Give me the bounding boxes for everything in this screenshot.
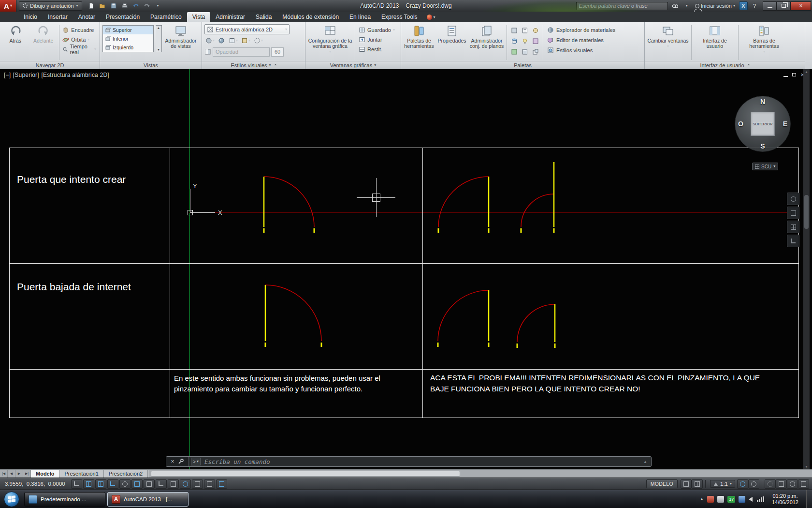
dbconnect-button[interactable] (509, 36, 519, 46)
join-viewports-button[interactable]: Juntar (358, 35, 396, 44)
dynamic-ucs-button[interactable] (168, 479, 179, 489)
drawing-area[interactable]: Y X [−] [Superior] [Estructura alámbrica… (0, 69, 812, 469)
calculator-palette-button[interactable] (520, 47, 530, 57)
viewport-minimize-control[interactable]: [−] (4, 72, 11, 78)
material-editor-button[interactable]: Editor de materiales (546, 36, 617, 45)
shadow-style-button[interactable] (217, 37, 226, 45)
door-internet-mirrored[interactable] (437, 290, 490, 347)
viewcube-west[interactable]: O (738, 120, 743, 128)
viewcube-south[interactable]: S (760, 142, 765, 150)
snap-mode-button[interactable] (83, 479, 94, 489)
command-prompt-icon[interactable]: > ▾ (191, 458, 201, 465)
dialog-launcher-icon[interactable] (747, 64, 750, 67)
dynamic-input-button[interactable] (180, 479, 191, 489)
scrollbar-thumb[interactable] (804, 195, 809, 229)
document-minimize-icon[interactable] (783, 76, 788, 77)
undo-button[interactable] (130, 1, 141, 11)
save-button[interactable] (108, 1, 119, 11)
viewcube[interactable]: N S O E SUPERIOR (735, 96, 791, 152)
ucs-selector-button[interactable]: SCU ▾ (752, 163, 778, 170)
door-create-resized[interactable] (521, 162, 555, 233)
orbit-tool-button[interactable] (787, 235, 799, 247)
visual-style-dropdown[interactable]: Estructura alámbrica 2D ▾ (204, 24, 290, 34)
panel-label-ventanas-graficas[interactable]: Ventanas gráficas ▾ (305, 61, 401, 69)
taskbar-item-predeterminado[interactable]: Predeterminado ... (24, 492, 105, 507)
grid-display-button[interactable] (95, 479, 106, 489)
user-interface-button[interactable]: Interfaz de usuario (694, 24, 736, 61)
restore-button[interactable] (777, 1, 791, 11)
redo-button[interactable] (142, 1, 152, 11)
face-style-button[interactable]: ▾ (204, 37, 216, 45)
count-palette-button[interactable] (520, 26, 530, 35)
command-input[interactable]: Escriba un comando (204, 458, 643, 465)
opacity-slider[interactable]: Opacidad (213, 47, 270, 57)
horizontal-scrollbar-thumb[interactable] (151, 471, 460, 477)
lineweight-button[interactable] (192, 479, 203, 489)
panel-label-estilos-visuales[interactable]: Estilos visuales ▾ (202, 61, 305, 69)
opacity-value[interactable]: 60 (271, 47, 284, 57)
door-internet-resized[interactable] (517, 304, 556, 348)
model-layout-toggle-button[interactable] (681, 479, 692, 489)
toolbars-button[interactable]: Barras de herramientas ▾ (741, 24, 787, 61)
command-history-icon[interactable]: ▲ (643, 460, 647, 464)
quick-properties-button[interactable] (216, 479, 227, 489)
search-button[interactable] (670, 1, 680, 10)
tab-express-tools[interactable]: Express Tools (376, 12, 422, 22)
view-list-item-inferior[interactable]: Inferior (103, 34, 153, 43)
object-snap-3d-button[interactable] (144, 479, 155, 489)
wrench-icon[interactable] (178, 459, 184, 464)
tray-expand-icon[interactable]: ▲ (700, 497, 704, 501)
view-list-item-superior[interactable]: Superior (103, 26, 153, 34)
tab-presentacion[interactable]: Presentación (101, 12, 145, 22)
panel-label-paletas[interactable]: Paletas (401, 61, 644, 69)
show-desktop-button[interactable] (806, 490, 812, 508)
tray-counter-badge[interactable]: 37 (727, 496, 735, 503)
qat-customize-button[interactable]: ▾ (153, 1, 163, 11)
tab-salida[interactable]: Salida (250, 12, 277, 22)
tool-palettes-button[interactable]: Paletas de herramientas (404, 24, 435, 61)
next-tab-button[interactable]: ▶ (15, 470, 23, 478)
infer-constraints-button[interactable] (71, 479, 82, 489)
tab-insertar[interactable]: Insertar (43, 12, 73, 22)
annotation-scale-button[interactable]: 1:1 ▾ (710, 480, 735, 488)
external-refs-button[interactable] (531, 47, 540, 57)
door-create-main[interactable] (263, 177, 315, 233)
first-tab-button[interactable]: |◀ (0, 470, 8, 478)
tab-presentacion2[interactable]: Presentación2 (104, 470, 148, 478)
door-internet-main[interactable] (265, 285, 322, 347)
dialog-launcher-icon[interactable] (274, 64, 277, 67)
panel-label-interfaz-usuario[interactable]: Interfaz de usuario (645, 61, 805, 69)
horizontal-scrollbar[interactable] (149, 470, 812, 478)
close-button[interactable]: × (791, 1, 811, 11)
taskbar-item-autocad[interactable]: A AutoCAD 2013 - [... (107, 492, 188, 507)
material-browser-button[interactable]: Explorador de materiales (546, 26, 617, 34)
viewcube-east[interactable]: E (783, 120, 787, 128)
sheet-set-manager-button[interactable]: Administrador conj. de planos (469, 24, 504, 61)
scroll-up-icon[interactable]: ▲ (157, 26, 160, 30)
sign-in-button[interactable]: Iniciar sesión ▾ (694, 1, 737, 10)
ortho-mode-button[interactable] (107, 479, 118, 489)
last-tab-button[interactable]: ▶| (23, 470, 31, 478)
start-button[interactable] (4, 492, 19, 507)
ribbon-options-icon[interactable]: ▾ (434, 15, 435, 19)
model-space-button[interactable]: MODELO (646, 479, 678, 488)
properties-button[interactable]: Propiedades (436, 24, 467, 61)
panel-label-navegar-2d[interactable]: Navegar 2D (0, 61, 100, 69)
tab-parametrico[interactable]: Paramétrico (145, 12, 187, 22)
quick-view-layouts-button[interactable] (692, 479, 703, 489)
door-create-mirrored[interactable] (438, 177, 490, 233)
scroll-up-icon[interactable]: ▲ (805, 70, 808, 74)
polar-tracking-button[interactable] (119, 479, 130, 489)
search-input[interactable] (576, 2, 668, 10)
workspace-switching-button[interactable] (765, 479, 776, 489)
viewport-style-control[interactable]: [Estructura alámbrica 2D] (41, 72, 109, 78)
minimize-button[interactable] (763, 1, 777, 11)
command-close-icon[interactable]: × (171, 458, 174, 465)
clean-screen-button[interactable] (798, 479, 809, 489)
plot-button[interactable] (119, 1, 130, 11)
viewcube-top-face[interactable]: SUPERIOR (751, 112, 775, 136)
pan-button[interactable]: Encuadre (61, 26, 97, 34)
restore-viewports-button[interactable]: Restit. (358, 45, 396, 53)
scroll-down-icon[interactable]: ▼ (805, 465, 808, 468)
application-menu-button[interactable]: A ▾ (0, 0, 16, 12)
